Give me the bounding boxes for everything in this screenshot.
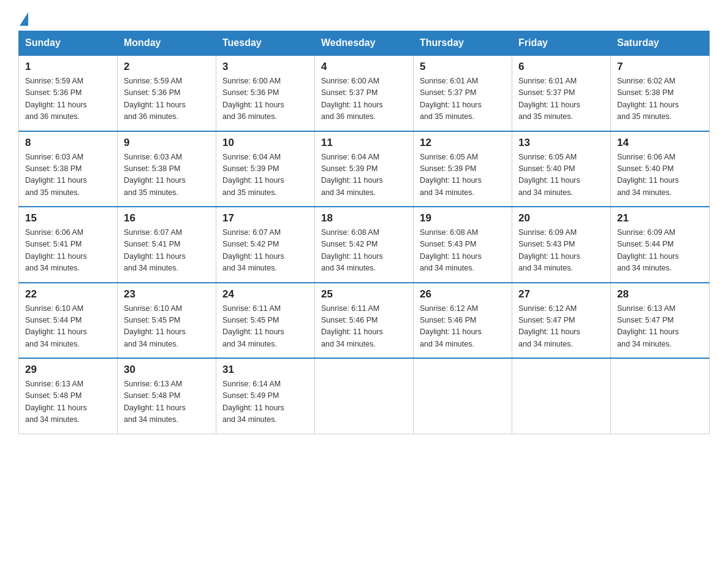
- day-number: 9: [124, 137, 210, 149]
- week-row-4: 22 Sunrise: 6:10 AMSunset: 5:44 PMDaylig…: [19, 283, 710, 359]
- day-number: 31: [222, 364, 308, 376]
- weekday-header-tuesday: Tuesday: [216, 31, 315, 56]
- calendar-cell: 18 Sunrise: 6:08 AMSunset: 5:42 PMDaylig…: [315, 207, 414, 283]
- day-number: 3: [222, 61, 308, 73]
- day-info: Sunrise: 6:00 AMSunset: 5:36 PMDaylight:…: [222, 77, 284, 121]
- calendar-cell: 11 Sunrise: 6:04 AMSunset: 5:39 PMDaylig…: [315, 131, 414, 207]
- calendar-cell: 7 Sunrise: 6:02 AMSunset: 5:38 PMDayligh…: [611, 55, 710, 131]
- day-info: Sunrise: 6:12 AMSunset: 5:47 PMDaylight:…: [518, 304, 580, 348]
- day-info: Sunrise: 5:59 AMSunset: 5:36 PMDaylight:…: [25, 77, 87, 121]
- calendar-cell: 1 Sunrise: 5:59 AMSunset: 5:36 PMDayligh…: [19, 55, 118, 131]
- weekday-header-saturday: Saturday: [611, 31, 710, 56]
- day-number: 8: [25, 137, 111, 149]
- day-number: 20: [518, 212, 604, 224]
- week-row-1: 1 Sunrise: 5:59 AMSunset: 5:36 PMDayligh…: [19, 55, 710, 131]
- weekday-header-monday: Monday: [118, 31, 216, 56]
- day-info: Sunrise: 6:04 AMSunset: 5:39 PMDaylight:…: [222, 153, 284, 197]
- day-number: 23: [124, 288, 210, 301]
- calendar-cell: 27 Sunrise: 6:12 AMSunset: 5:47 PMDaylig…: [512, 283, 611, 359]
- calendar-cell: 28 Sunrise: 6:13 AMSunset: 5:47 PMDaylig…: [611, 283, 710, 359]
- day-number: 26: [420, 288, 506, 301]
- day-number: 22: [25, 288, 111, 301]
- week-row-5: 29 Sunrise: 6:13 AMSunset: 5:48 PMDaylig…: [19, 358, 710, 434]
- calendar-cell: 19 Sunrise: 6:08 AMSunset: 5:43 PMDaylig…: [414, 207, 512, 283]
- day-info: Sunrise: 6:08 AMSunset: 5:43 PMDaylight:…: [420, 228, 482, 272]
- logo: [18, 12, 28, 25]
- calendar-cell: [512, 358, 611, 434]
- day-info: Sunrise: 6:12 AMSunset: 5:46 PMDaylight:…: [420, 304, 482, 348]
- day-info: Sunrise: 6:05 AMSunset: 5:39 PMDaylight:…: [420, 153, 482, 197]
- day-info: Sunrise: 6:05 AMSunset: 5:40 PMDaylight:…: [518, 153, 580, 197]
- calendar-cell: 3 Sunrise: 6:00 AMSunset: 5:36 PMDayligh…: [216, 55, 315, 131]
- weekday-header-thursday: Thursday: [414, 31, 512, 56]
- day-number: 16: [124, 212, 210, 224]
- day-number: 10: [222, 137, 308, 149]
- day-number: 18: [321, 212, 407, 224]
- calendar-cell: 23 Sunrise: 6:10 AMSunset: 5:45 PMDaylig…: [118, 283, 216, 359]
- calendar-cell: 13 Sunrise: 6:05 AMSunset: 5:40 PMDaylig…: [512, 131, 611, 207]
- day-number: 7: [617, 61, 703, 73]
- day-info: Sunrise: 6:14 AMSunset: 5:49 PMDaylight:…: [222, 380, 284, 424]
- calendar-cell: 24 Sunrise: 6:11 AMSunset: 5:45 PMDaylig…: [216, 283, 315, 359]
- day-info: Sunrise: 6:06 AMSunset: 5:40 PMDaylight:…: [617, 153, 679, 197]
- calendar-cell: 6 Sunrise: 6:01 AMSunset: 5:37 PMDayligh…: [512, 55, 611, 131]
- day-number: 30: [124, 364, 210, 376]
- day-number: 24: [222, 288, 308, 301]
- weekday-header-wednesday: Wednesday: [315, 31, 414, 56]
- day-info: Sunrise: 6:02 AMSunset: 5:38 PMDaylight:…: [617, 77, 679, 121]
- day-info: Sunrise: 6:13 AMSunset: 5:47 PMDaylight:…: [617, 304, 679, 348]
- calendar-cell: 9 Sunrise: 6:03 AMSunset: 5:38 PMDayligh…: [118, 131, 216, 207]
- weekday-header-row: SundayMondayTuesdayWednesdayThursdayFrid…: [19, 31, 710, 56]
- day-number: 13: [518, 137, 604, 149]
- day-number: 2: [124, 61, 210, 73]
- calendar-cell: 8 Sunrise: 6:03 AMSunset: 5:38 PMDayligh…: [19, 131, 118, 207]
- day-number: 21: [617, 212, 703, 224]
- week-row-2: 8 Sunrise: 6:03 AMSunset: 5:38 PMDayligh…: [19, 131, 710, 207]
- day-info: Sunrise: 6:00 AMSunset: 5:37 PMDaylight:…: [321, 77, 383, 121]
- day-info: Sunrise: 6:08 AMSunset: 5:42 PMDaylight:…: [321, 228, 383, 272]
- day-number: 19: [420, 212, 506, 224]
- day-number: 29: [25, 364, 111, 376]
- day-number: 12: [420, 137, 506, 149]
- day-info: Sunrise: 6:09 AMSunset: 5:43 PMDaylight:…: [518, 228, 580, 272]
- day-number: 14: [617, 137, 703, 149]
- day-number: 25: [321, 288, 407, 301]
- day-number: 27: [518, 288, 604, 301]
- calendar-cell: 2 Sunrise: 5:59 AMSunset: 5:36 PMDayligh…: [118, 55, 216, 131]
- day-info: Sunrise: 6:01 AMSunset: 5:37 PMDaylight:…: [420, 77, 482, 121]
- day-number: 6: [518, 61, 604, 73]
- day-info: Sunrise: 6:03 AMSunset: 5:38 PMDaylight:…: [25, 153, 87, 197]
- week-row-3: 15 Sunrise: 6:06 AMSunset: 5:41 PMDaylig…: [19, 207, 710, 283]
- calendar-cell: 31 Sunrise: 6:14 AMSunset: 5:49 PMDaylig…: [216, 358, 315, 434]
- calendar-cell: 26 Sunrise: 6:12 AMSunset: 5:46 PMDaylig…: [414, 283, 512, 359]
- day-info: Sunrise: 6:07 AMSunset: 5:42 PMDaylight:…: [222, 228, 284, 272]
- day-info: Sunrise: 6:07 AMSunset: 5:41 PMDaylight:…: [124, 228, 186, 272]
- calendar-table: SundayMondayTuesdayWednesdayThursdayFrid…: [18, 31, 710, 434]
- calendar-cell: 14 Sunrise: 6:06 AMSunset: 5:40 PMDaylig…: [611, 131, 710, 207]
- day-number: 4: [321, 61, 407, 73]
- day-number: 28: [617, 288, 703, 301]
- calendar-cell: [315, 358, 414, 434]
- day-info: Sunrise: 6:03 AMSunset: 5:38 PMDaylight:…: [124, 153, 186, 197]
- day-info: Sunrise: 6:01 AMSunset: 5:37 PMDaylight:…: [518, 77, 580, 121]
- calendar-cell: 17 Sunrise: 6:07 AMSunset: 5:42 PMDaylig…: [216, 207, 315, 283]
- calendar-cell: [611, 358, 710, 434]
- day-number: 1: [25, 61, 111, 73]
- calendar-cell: 20 Sunrise: 6:09 AMSunset: 5:43 PMDaylig…: [512, 207, 611, 283]
- day-info: Sunrise: 6:13 AMSunset: 5:48 PMDaylight:…: [124, 380, 186, 424]
- page-header: [18, 12, 710, 25]
- day-info: Sunrise: 5:59 AMSunset: 5:36 PMDaylight:…: [124, 77, 186, 121]
- day-number: 17: [222, 212, 308, 224]
- day-info: Sunrise: 6:04 AMSunset: 5:39 PMDaylight:…: [321, 153, 383, 197]
- day-number: 11: [321, 137, 407, 149]
- calendar-cell: 16 Sunrise: 6:07 AMSunset: 5:41 PMDaylig…: [118, 207, 216, 283]
- calendar-cell: 22 Sunrise: 6:10 AMSunset: 5:44 PMDaylig…: [19, 283, 118, 359]
- day-info: Sunrise: 6:10 AMSunset: 5:44 PMDaylight:…: [25, 304, 87, 348]
- calendar-cell: 29 Sunrise: 6:13 AMSunset: 5:48 PMDaylig…: [19, 358, 118, 434]
- day-info: Sunrise: 6:10 AMSunset: 5:45 PMDaylight:…: [124, 304, 186, 348]
- calendar-cell: 15 Sunrise: 6:06 AMSunset: 5:41 PMDaylig…: [19, 207, 118, 283]
- day-info: Sunrise: 6:11 AMSunset: 5:46 PMDaylight:…: [321, 304, 383, 348]
- day-info: Sunrise: 6:11 AMSunset: 5:45 PMDaylight:…: [222, 304, 284, 348]
- day-number: 5: [420, 61, 506, 73]
- calendar-cell: 5 Sunrise: 6:01 AMSunset: 5:37 PMDayligh…: [414, 55, 512, 131]
